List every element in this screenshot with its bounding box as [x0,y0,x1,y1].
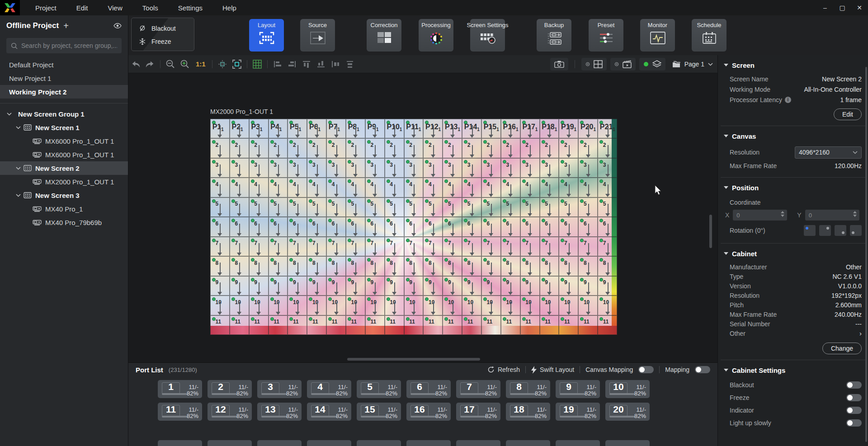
port-card-9[interactable]: 911/-82% [556,380,600,398]
cabinet-cell[interactable]: 4 [559,178,578,197]
cabinet-cell[interactable]: 8 [481,256,501,276]
tree-item-new-screen-3[interactable]: New Screen 3 [0,188,128,202]
cabinet-cell[interactable]: 8 [230,256,249,276]
screen-section-header[interactable]: Screen [718,61,868,69]
cabinet-cell[interactable]: 2 [326,138,346,158]
cabinet-cell[interactable]: 10 [501,296,520,315]
cabinet-cell[interactable]: 11 [307,315,326,335]
cabinet-cell[interactable]: 10 [578,296,598,315]
cabinet-cell[interactable]: 8 [423,256,443,276]
cabinet-cell[interactable]: 8 [365,256,385,276]
cabinet-cell[interactable]: 6 [559,217,578,236]
port-card-4[interactable]: 411/-82% [307,380,351,398]
tree-item-mx2000-pro_1_out-1[interactable]: MX2000 Pro_1_OUT 1 [0,175,128,188]
cabinet-cell[interactable]: P211 [598,119,617,138]
cabinet-cell[interactable]: 9 [249,276,269,296]
cabinet-cell[interactable]: 7 [559,237,578,256]
cabinet-cell[interactable]: 7 [598,237,617,256]
cabinet-cell[interactable]: 9 [520,276,540,296]
port-card-partial[interactable] [456,440,500,446]
cabinet-cell[interactable]: 5 [230,197,249,217]
toolbar-button-monitor[interactable]: Monitor [640,19,675,52]
cabinet-cell[interactable]: 3 [443,158,462,178]
port-card-partial[interactable] [357,440,401,446]
toolbar-button-screen-settings[interactable]: Screen Settings [470,19,505,52]
cabinet-cell[interactable]: 7 [269,237,288,256]
cabinet-cell[interactable]: 9 [307,276,326,296]
rotation-90-button[interactable] [819,225,831,236]
cabinet-cell[interactable]: 3 [481,158,501,178]
cabinet-cell[interactable]: 10 [423,296,443,315]
cabinet-cell[interactable]: 4 [520,178,540,197]
align-top-icon[interactable] [301,58,312,70]
cabinet-cell[interactable]: 2 [230,138,249,158]
cabinet-cell[interactable]: 10 [598,296,617,315]
cabinet-cell[interactable]: 8 [385,256,404,276]
tree-item-mx40-pro_1[interactable]: MX40 Pro_1 [0,202,128,216]
cabinet-cell[interactable]: 11 [578,315,598,335]
cabinet-cell[interactable]: 11 [269,315,288,335]
cabinet-cell[interactable]: 10 [249,296,269,315]
search-box[interactable] [6,38,122,53]
cabinet-cell[interactable]: 6 [249,217,269,236]
cabinet-cell[interactable]: 3 [307,158,326,178]
cabinet-cell[interactable]: 7 [210,237,230,256]
cabinet-cell[interactable]: 5 [346,197,365,217]
menu-settings[interactable]: Settings [178,4,203,12]
port-card-11[interactable]: 1111/-82% [158,403,202,421]
cabinet-cell[interactable]: 5 [307,197,326,217]
cabinet-cell[interactable]: 6 [598,217,617,236]
port-card-19[interactable]: 1911/-82% [556,403,600,421]
cabinet-cell[interactable]: 6 [346,217,365,236]
cabinet-cell[interactable]: 5 [520,197,540,217]
cabinet-cell[interactable]: 4 [462,178,481,197]
cabinet-cell[interactable]: 10 [520,296,540,315]
chevron-down-icon[interactable] [15,167,21,170]
cabinet-cell[interactable]: 5 [249,197,269,217]
tree-item-new-screen-2[interactable]: New Screen 2 [0,161,128,175]
cabinet-cell[interactable]: 10 [462,296,481,315]
close-button[interactable]: ✕ [851,0,868,15]
cabinet-cell[interactable]: 3 [249,158,269,178]
project-item-new-project-1[interactable]: New Project 1 [0,71,128,85]
chevron-down-icon[interactable] [6,113,12,116]
cabinet-cell[interactable]: P121 [423,119,443,138]
menu-help[interactable]: Help [222,4,236,12]
center-canvas-icon[interactable] [217,58,228,70]
cabinet-cell[interactable]: 6 [501,217,520,236]
cabinet-cell[interactable]: 9 [346,276,365,296]
zoom-ratio-button[interactable]: 1:1 [196,60,206,68]
cabinet-cell[interactable]: 2 [346,138,365,158]
cabinet-cell[interactable]: 6 [462,217,481,236]
cabinet-cell[interactable]: 8 [307,256,326,276]
cabinet-cell[interactable]: 5 [559,197,578,217]
port-card-18[interactable]: 1811/-82% [506,403,550,421]
cabinet-cell[interactable]: 2 [423,138,443,158]
cabinet-cell[interactable]: 5 [385,197,404,217]
cabinet-cell[interactable]: 3 [385,158,404,178]
eye-icon[interactable] [113,23,122,28]
cabinet-cell[interactable]: 11 [385,315,404,335]
cabinet-cell[interactable]: 6 [404,217,424,236]
port-card-6[interactable]: 611/-82% [406,380,451,398]
cabinet-cell[interactable]: P141 [462,119,481,138]
chevron-down-icon[interactable] [15,126,21,129]
port-card-partial[interactable] [406,440,451,446]
source-view-toggle-button[interactable] [610,58,636,70]
rotation-180-button[interactable] [835,225,846,236]
cabinet-cell[interactable]: 2 [559,138,578,158]
cabinet-cell[interactable]: 8 [598,256,617,276]
cabinet-cell[interactable]: 8 [288,256,307,276]
resolution-dropdown[interactable]: 4096*2160 [795,146,862,159]
cabinet-cell[interactable]: P131 [443,119,462,138]
cabinet-cell[interactable]: 3 [210,158,230,178]
cabinet-cell[interactable]: 9 [462,276,481,296]
cabinet-cell[interactable]: 7 [249,237,269,256]
canvas-section-header[interactable]: Canvas [718,132,868,140]
cabinet-cell[interactable]: 4 [501,178,520,197]
layers-indicator-button[interactable] [639,58,665,70]
cabinet-cell[interactable]: 9 [559,276,578,296]
search-input[interactable] [21,42,117,49]
distribute-vertical-icon[interactable] [344,58,356,70]
cabinet-cell[interactable]: 7 [540,237,559,256]
